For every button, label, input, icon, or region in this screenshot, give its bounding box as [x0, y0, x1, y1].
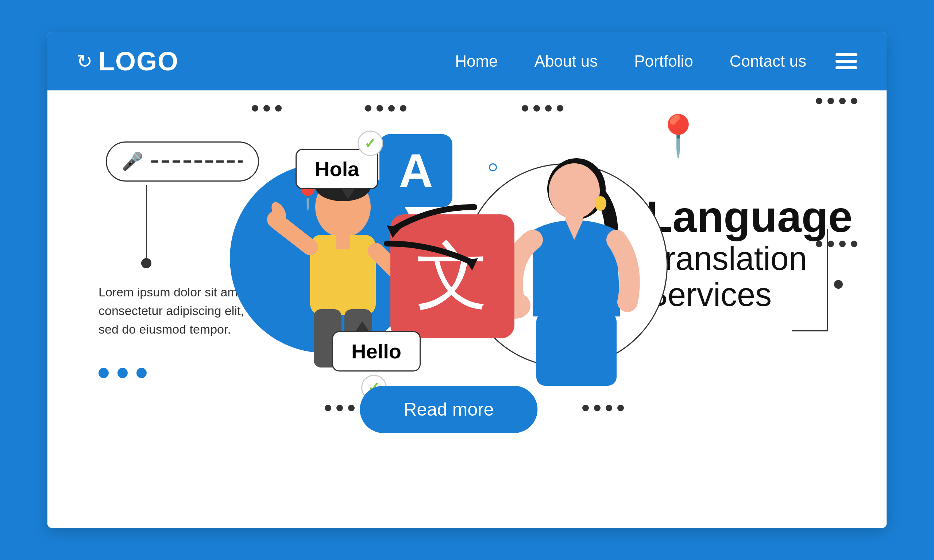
center-illustration: 📍 — [252, 120, 646, 448]
logo-area: ↻ LOGO — [77, 46, 455, 76]
woman-illustration — [493, 156, 660, 404]
three-dots — [77, 368, 252, 378]
svg-rect-18 — [536, 313, 617, 386]
location-pin-right: 📍 — [653, 112, 703, 159]
nav-portfolio[interactable]: Portfolio — [634, 52, 693, 70]
hero-content: 🎤 Lorem ipsum dolor sit amet, consectetu… — [77, 120, 857, 448]
microphone-icon: 🎤 — [122, 151, 143, 172]
check-mark-top: ✓ — [364, 135, 376, 152]
navbar: ↻ LOGO Home About us Portfolio Contact u… — [48, 32, 886, 91]
right-section: 📍 Language Translation Services — [646, 120, 857, 313]
read-more-button[interactable]: Read more — [360, 386, 538, 433]
logo-icon: ↻ — [77, 50, 92, 72]
blue-dot-3 — [136, 368, 146, 378]
vertical-line-left — [146, 185, 147, 258]
dots-top-center — [365, 105, 407, 112]
title-line1: Language — [646, 192, 857, 241]
hola-text: Hola — [315, 157, 359, 180]
nav-contact[interactable]: Contact us — [730, 52, 806, 70]
hello-text: Hello — [351, 340, 401, 363]
left-section: 🎤 Lorem ipsum dolor sit amet, consectetu… — [77, 120, 252, 378]
nav-about[interactable]: About us — [535, 52, 598, 70]
wave-line — [151, 160, 244, 163]
dots-bottom-right — [582, 405, 624, 411]
dot-end-left — [141, 258, 151, 268]
dots-top-right — [522, 105, 563, 112]
logo-text: LOGO — [99, 46, 179, 76]
dots-mid-right — [816, 241, 857, 247]
deco-dot-right — [834, 280, 843, 289]
hamburger-menu[interactable] — [835, 53, 857, 69]
svg-point-14 — [595, 196, 606, 211]
lorem-text: Lorem ipsum dolor sit amet, consectetur … — [77, 283, 252, 339]
woman-svg — [493, 156, 660, 404]
hero-section: 🎤 Lorem ipsum dolor sit amet, consectetu… — [48, 91, 886, 528]
svg-point-13 — [549, 163, 600, 219]
a-letter: A — [399, 143, 433, 198]
svg-rect-3 — [336, 235, 350, 249]
dots-top-right-section — [816, 98, 857, 104]
nav-home[interactable]: Home — [455, 52, 498, 70]
hero-title: Language Translation Services — [646, 192, 857, 313]
check-circle-top: ✓ — [358, 131, 383, 156]
blue-dot-1 — [99, 368, 109, 378]
title-line3: Services — [646, 277, 857, 313]
arrows-svg — [379, 192, 482, 273]
mic-bubble: 🎤 — [106, 142, 259, 182]
svg-line-4 — [277, 222, 310, 247]
main-card: ↻ LOGO Home About us Portfolio Contact u… — [48, 32, 886, 528]
nav-links: Home About us Portfolio Contact us — [455, 52, 806, 70]
dots-top-left — [252, 105, 282, 112]
blue-dot-2 — [117, 368, 128, 378]
hello-speech-bubble: Hello — [332, 331, 421, 372]
deco-hline-right — [792, 330, 828, 331]
